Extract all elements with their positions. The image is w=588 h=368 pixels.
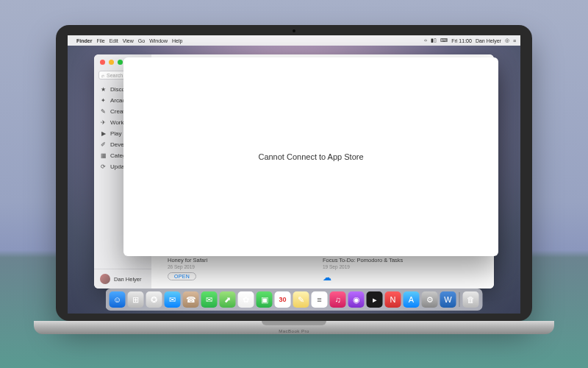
wifi-icon[interactable]: ⌔ [424,38,427,43]
app-tile: Honey for Safari26 Sep 2019OPEN [168,257,323,283]
dock-contacts-icon[interactable]: ☎ [183,291,199,308]
avatar [100,274,110,284]
app-date: 19 Sep 2019 [323,264,478,269]
updates-icon: ⟳ [100,163,107,170]
close-button[interactable] [100,60,105,65]
account-name: Dan Helyer [114,276,142,283]
error-modal: Cannot Connect to App Store [123,57,498,256]
app-name: Honey for Safari [168,257,323,263]
error-message: Cannot Connect to App Store [258,152,363,161]
play-icon: ▶ [100,130,107,137]
dock-word-icon[interactable]: W [440,291,456,308]
develop-icon: ✐ [100,141,107,148]
menu-go[interactable]: Go [138,38,145,43]
screen-bezel: Finder FileEditViewGoWindowHelp ⌔ ▮▯ ⌨ F… [56,25,532,321]
menubar: Finder FileEditViewGoWindowHelp ⌔ ▮▯ ⌨ F… [68,35,520,46]
dock-mail-icon[interactable]: ✉ [165,291,181,308]
dock-reminders-icon[interactable]: ≡ [312,291,328,308]
menu-edit[interactable]: Edit [110,38,118,43]
app-tile: Focus To-Do: Pomodoro & Tasks19 Sep 2019… [323,257,478,283]
device-brand: MacBook Pro [279,329,309,333]
dock-tv-icon[interactable]: ▸ [367,291,383,308]
work-icon: ✈ [100,119,107,126]
dock-messages-icon[interactable]: ✉ [201,291,218,308]
macbook-frame: Finder FileEditViewGoWindowHelp ⌔ ▮▯ ⌨ F… [56,25,532,343]
dock-trash-icon[interactable]: 🗑 [463,291,479,308]
arcade-icon: ✦ [100,97,107,104]
macbook-hinge: MacBook Pro [34,321,554,334]
dock: ☺⊞✪✉☎✉⬈✿▣30✎≡♫◉▸NA⚙W🗑 [106,289,483,311]
dock-music-icon[interactable]: ♫ [330,291,346,308]
search-icon: ⌕ [101,73,104,78]
maximize-button[interactable] [118,60,123,65]
dock-podcasts-icon[interactable]: ◉ [348,291,365,308]
dock-safari-icon[interactable]: ✪ [146,291,162,308]
search-placeholder: Search [107,73,123,78]
sidebar-item-label: Work [110,119,124,126]
menu-view[interactable]: View [123,38,134,43]
dock-preferences-icon[interactable]: ⚙ [422,291,438,308]
input-icon[interactable]: ⌨ [440,38,448,43]
dock-news-icon[interactable]: N [385,291,401,308]
dock-facetime-icon[interactable]: ▣ [257,291,273,308]
notifications-icon[interactable]: ≡ [513,38,516,43]
menubar-user[interactable]: Dan Helyer [476,38,501,43]
dock-separator [459,292,460,307]
spotlight-icon[interactable]: ◎ [505,38,509,43]
dock-launchpad-icon[interactable]: ⊞ [128,291,144,308]
battery-icon[interactable]: ▮▯ [431,38,437,43]
dock-photos-icon[interactable]: ✿ [238,291,254,308]
dock-appstore-icon[interactable]: A [404,291,420,308]
menubar-app-name[interactable]: Finder [76,38,92,43]
discover-icon: ★ [100,86,107,93]
menu-help[interactable]: Help [172,38,182,43]
download-icon[interactable]: ☁ [323,272,331,283]
desktop: Finder FileEditViewGoWindowHelp ⌔ ▮▯ ⌨ F… [68,35,520,314]
account-button[interactable]: Dan Helyer [94,269,151,289]
dock-finder-icon[interactable]: ☺ [110,291,126,308]
menu-file[interactable]: File [96,38,104,43]
app-date: 26 Sep 2019 [168,264,323,269]
dock-calendar-icon[interactable]: 30 [275,291,291,308]
categories-icon: ▦ [100,152,107,159]
dock-maps-icon[interactable]: ⬈ [220,291,236,308]
dock-notes-icon[interactable]: ✎ [293,291,309,308]
create-icon: ✎ [100,108,107,115]
menu-window[interactable]: Window [149,38,168,43]
menubar-time[interactable]: Fri 11:00 [451,38,472,43]
minimize-button[interactable] [109,60,114,65]
open-button[interactable]: OPEN [168,272,196,280]
camera [293,29,295,32]
app-name: Focus To-Do: Pomodoro & Tasks [323,257,478,263]
sidebar-item-label: Play [110,130,122,137]
window-controls [100,60,123,65]
